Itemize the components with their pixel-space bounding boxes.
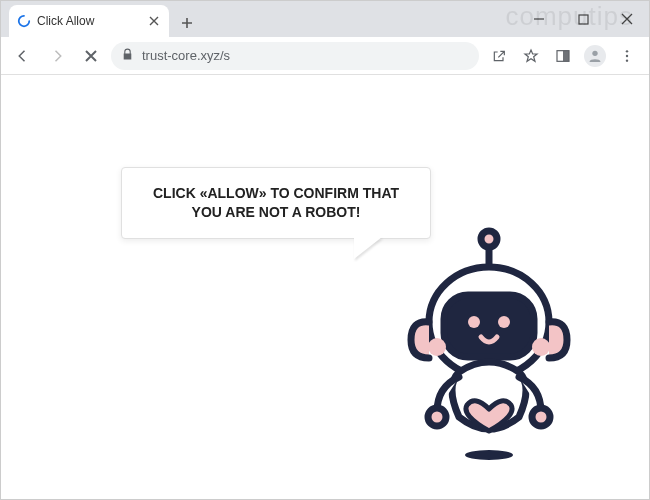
- minimize-button[interactable]: [517, 1, 561, 37]
- bookmark-icon[interactable]: [517, 42, 545, 70]
- loading-spinner-icon: [17, 14, 31, 28]
- window-controls: [517, 1, 649, 37]
- svg-rect-0: [579, 15, 588, 24]
- url-input[interactable]: [142, 48, 469, 63]
- svg-point-6: [626, 59, 628, 61]
- svg-rect-9: [444, 295, 534, 357]
- bubble-tail-icon: [354, 237, 382, 259]
- svg-point-15: [532, 408, 550, 426]
- menu-icon[interactable]: [613, 42, 641, 70]
- new-tab-button[interactable]: [173, 9, 201, 37]
- bubble-text: CLICK «ALLOW» TO CONFIRM THAT YOU ARE NO…: [153, 185, 399, 220]
- forward-button[interactable]: [43, 42, 71, 70]
- lock-icon: [121, 48, 134, 64]
- svg-point-3: [592, 50, 597, 55]
- share-icon[interactable]: [485, 42, 513, 70]
- browser-toolbar: [1, 37, 649, 75]
- svg-rect-2: [563, 50, 569, 61]
- svg-point-8: [481, 231, 497, 247]
- svg-point-14: [428, 408, 446, 426]
- side-panel-icon[interactable]: [549, 42, 577, 70]
- svg-point-12: [428, 338, 446, 356]
- svg-point-11: [498, 316, 510, 328]
- maximize-button[interactable]: [561, 1, 605, 37]
- svg-point-5: [626, 54, 628, 56]
- stop-reload-button[interactable]: [77, 42, 105, 70]
- titlebar: Click Allow: [1, 1, 649, 37]
- speech-bubble: CLICK «ALLOW» TO CONFIRM THAT YOU ARE NO…: [121, 167, 431, 239]
- back-button[interactable]: [9, 42, 37, 70]
- speech-bubble-wrap: CLICK «ALLOW» TO CONFIRM THAT YOU ARE NO…: [121, 167, 431, 239]
- svg-point-4: [626, 50, 628, 52]
- svg-point-16: [465, 450, 513, 460]
- address-bar[interactable]: [111, 42, 479, 70]
- browser-tab[interactable]: Click Allow: [9, 5, 169, 37]
- svg-point-13: [532, 338, 550, 356]
- close-window-button[interactable]: [605, 1, 649, 37]
- tab-close-icon[interactable]: [147, 14, 161, 28]
- tab-title: Click Allow: [37, 14, 94, 28]
- robot-image: [389, 227, 589, 471]
- avatar-icon: [584, 45, 606, 67]
- toolbar-right-icons: [485, 42, 641, 70]
- svg-point-10: [468, 316, 480, 328]
- profile-avatar[interactable]: [581, 42, 609, 70]
- page-content: CLICK «ALLOW» TO CONFIRM THAT YOU ARE NO…: [1, 75, 649, 500]
